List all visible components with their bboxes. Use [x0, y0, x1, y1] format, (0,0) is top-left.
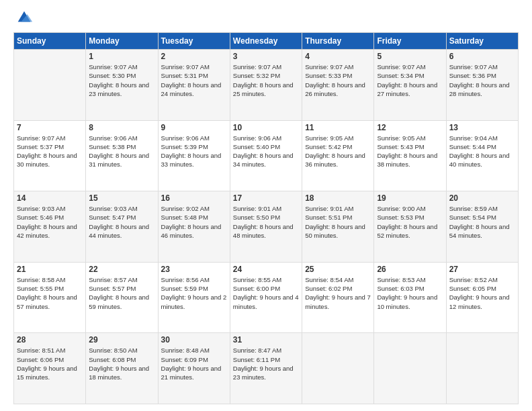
calendar-cell: 31Sunrise: 8:47 AMSunset: 6:11 PMDayligh…: [230, 333, 302, 404]
day-info: Sunrise: 9:04 AMSunset: 5:44 PMDaylight:…: [449, 134, 515, 169]
calendar-cell: 26Sunrise: 8:53 AMSunset: 6:03 PMDayligh…: [374, 262, 446, 333]
header: [13, 11, 519, 27]
day-number: 23: [161, 265, 227, 274]
day-number: 21: [17, 265, 83, 274]
calendar-cell: 16Sunrise: 9:02 AMSunset: 5:48 PMDayligh…: [158, 191, 230, 263]
weekday-header: Thursday: [302, 33, 374, 50]
weekday-header: Saturday: [446, 33, 518, 50]
day-info: Sunrise: 8:56 AMSunset: 5:59 PMDaylight:…: [161, 275, 227, 311]
day-info: Sunrise: 9:07 AMSunset: 5:31 PMDaylight:…: [161, 62, 227, 98]
calendar-cell: 8Sunrise: 9:06 AMSunset: 5:38 PMDaylight…: [86, 120, 158, 191]
day-number: 9: [161, 123, 227, 132]
calendar-cell: 28Sunrise: 8:51 AMSunset: 6:06 PMDayligh…: [14, 333, 86, 404]
calendar-cell: 11Sunrise: 9:05 AMSunset: 5:42 PMDayligh…: [302, 120, 374, 191]
day-number: 20: [449, 193, 515, 203]
calendar-cell: 9Sunrise: 9:06 AMSunset: 5:39 PMDaylight…: [158, 120, 230, 191]
day-number: 15: [89, 193, 154, 203]
calendar-cell: 21Sunrise: 8:58 AMSunset: 5:55 PMDayligh…: [14, 262, 86, 333]
day-info: Sunrise: 9:03 AMSunset: 5:46 PMDaylight:…: [17, 204, 83, 240]
calendar-cell: 19Sunrise: 9:00 AMSunset: 5:53 PMDayligh…: [374, 191, 446, 263]
day-number: 31: [233, 335, 299, 345]
weekday-header: Monday: [86, 33, 158, 50]
calendar-week-row: 28Sunrise: 8:51 AMSunset: 6:06 PMDayligh…: [14, 333, 519, 404]
calendar-week-row: 21Sunrise: 8:58 AMSunset: 5:55 PMDayligh…: [14, 262, 519, 333]
day-number: 8: [89, 123, 154, 132]
calendar-header: SundayMondayTuesdayWednesdayThursdayFrid…: [14, 33, 519, 50]
day-info: Sunrise: 9:07 AMSunset: 5:32 PMDaylight:…: [233, 62, 299, 98]
calendar-body: 1Sunrise: 9:07 AMSunset: 5:30 PMDaylight…: [14, 50, 519, 404]
day-info: Sunrise: 8:55 AMSunset: 6:00 PMDaylight:…: [233, 275, 299, 311]
calendar-cell: 14Sunrise: 9:03 AMSunset: 5:46 PMDayligh…: [14, 191, 86, 263]
day-number: 13: [449, 123, 515, 132]
day-info: Sunrise: 8:47 AMSunset: 6:11 PMDaylight:…: [233, 346, 299, 381]
day-info: Sunrise: 8:58 AMSunset: 5:55 PMDaylight:…: [17, 275, 83, 311]
day-number: 30: [161, 335, 227, 345]
day-number: 10: [233, 123, 299, 132]
day-number: 6: [449, 52, 515, 61]
day-number: 24: [233, 265, 299, 274]
calendar-cell: [14, 50, 86, 121]
day-number: 18: [305, 193, 371, 203]
day-info: Sunrise: 9:07 AMSunset: 5:36 PMDaylight:…: [449, 62, 515, 98]
weekday-header: Sunday: [14, 33, 86, 50]
calendar-table: SundayMondayTuesdayWednesdayThursdayFrid…: [13, 32, 519, 404]
calendar-cell: 5Sunrise: 9:07 AMSunset: 5:34 PMDaylight…: [374, 50, 446, 121]
day-number: 17: [233, 193, 299, 203]
calendar-cell: [302, 333, 374, 404]
day-info: Sunrise: 8:48 AMSunset: 6:09 PMDaylight:…: [161, 346, 227, 381]
day-number: 26: [377, 265, 443, 274]
day-info: Sunrise: 9:06 AMSunset: 5:39 PMDaylight:…: [161, 134, 227, 169]
calendar-cell: 17Sunrise: 9:01 AMSunset: 5:50 PMDayligh…: [230, 191, 302, 263]
day-info: Sunrise: 8:52 AMSunset: 6:05 PMDaylight:…: [449, 275, 515, 311]
weekday-header: Wednesday: [230, 33, 302, 50]
day-info: Sunrise: 9:07 AMSunset: 5:37 PMDaylight:…: [17, 134, 83, 169]
day-info: Sunrise: 9:02 AMSunset: 5:48 PMDaylight:…: [161, 204, 227, 240]
day-number: 5: [377, 52, 443, 61]
page: SundayMondayTuesdayWednesdayThursdayFrid…: [0, 0, 532, 411]
calendar-week-row: 1Sunrise: 9:07 AMSunset: 5:30 PMDaylight…: [14, 50, 519, 121]
calendar-cell: 30Sunrise: 8:48 AMSunset: 6:09 PMDayligh…: [158, 333, 230, 404]
day-info: Sunrise: 9:07 AMSunset: 5:33 PMDaylight:…: [305, 62, 371, 98]
day-number: 11: [305, 123, 371, 132]
logo: [13, 11, 34, 27]
day-number: 3: [233, 52, 299, 61]
day-info: Sunrise: 9:07 AMSunset: 5:34 PMDaylight:…: [377, 62, 443, 98]
calendar-cell: 7Sunrise: 9:07 AMSunset: 5:37 PMDaylight…: [14, 120, 86, 191]
day-info: Sunrise: 9:01 AMSunset: 5:50 PMDaylight:…: [233, 204, 299, 240]
day-info: Sunrise: 8:53 AMSunset: 6:03 PMDaylight:…: [377, 275, 443, 311]
day-info: Sunrise: 8:54 AMSunset: 6:02 PMDaylight:…: [305, 275, 371, 311]
day-info: Sunrise: 9:03 AMSunset: 5:47 PMDaylight:…: [89, 204, 154, 240]
day-info: Sunrise: 8:57 AMSunset: 5:57 PMDaylight:…: [89, 275, 154, 311]
calendar-week-row: 7Sunrise: 9:07 AMSunset: 5:37 PMDaylight…: [14, 120, 519, 191]
calendar-cell: 1Sunrise: 9:07 AMSunset: 5:30 PMDaylight…: [86, 50, 158, 121]
calendar-cell: 23Sunrise: 8:56 AMSunset: 5:59 PMDayligh…: [158, 262, 230, 333]
calendar-cell: 15Sunrise: 9:03 AMSunset: 5:47 PMDayligh…: [86, 191, 158, 263]
calendar-cell: 6Sunrise: 9:07 AMSunset: 5:36 PMDaylight…: [446, 50, 518, 121]
day-info: Sunrise: 8:51 AMSunset: 6:06 PMDaylight:…: [17, 346, 83, 381]
day-number: 29: [89, 335, 154, 345]
day-number: 12: [377, 123, 443, 132]
calendar-cell: 22Sunrise: 8:57 AMSunset: 5:57 PMDayligh…: [86, 262, 158, 333]
calendar-week-row: 14Sunrise: 9:03 AMSunset: 5:46 PMDayligh…: [14, 191, 519, 263]
calendar-cell: 13Sunrise: 9:04 AMSunset: 5:44 PMDayligh…: [446, 120, 518, 191]
day-number: 1: [89, 52, 154, 61]
calendar-cell: 24Sunrise: 8:55 AMSunset: 6:00 PMDayligh…: [230, 262, 302, 333]
calendar-cell: 20Sunrise: 8:59 AMSunset: 5:54 PMDayligh…: [446, 191, 518, 263]
day-info: Sunrise: 9:00 AMSunset: 5:53 PMDaylight:…: [377, 204, 443, 240]
day-info: Sunrise: 9:06 AMSunset: 5:40 PMDaylight:…: [233, 134, 299, 169]
day-number: 14: [17, 193, 83, 203]
calendar-cell: 25Sunrise: 8:54 AMSunset: 6:02 PMDayligh…: [302, 262, 374, 333]
calendar-cell: 2Sunrise: 9:07 AMSunset: 5:31 PMDaylight…: [158, 50, 230, 121]
calendar-cell: [374, 333, 446, 404]
logo-icon: [15, 8, 34, 27]
day-info: Sunrise: 9:06 AMSunset: 5:38 PMDaylight:…: [89, 134, 154, 169]
day-number: 16: [161, 193, 227, 203]
day-number: 4: [305, 52, 371, 61]
day-info: Sunrise: 9:01 AMSunset: 5:51 PMDaylight:…: [305, 204, 371, 240]
calendar-cell: 10Sunrise: 9:06 AMSunset: 5:40 PMDayligh…: [230, 120, 302, 191]
day-number: 7: [17, 123, 83, 132]
calendar-cell: [446, 333, 518, 404]
weekday-row: SundayMondayTuesdayWednesdayThursdayFrid…: [14, 33, 519, 50]
calendar-cell: 4Sunrise: 9:07 AMSunset: 5:33 PMDaylight…: [302, 50, 374, 121]
day-number: 2: [161, 52, 227, 61]
